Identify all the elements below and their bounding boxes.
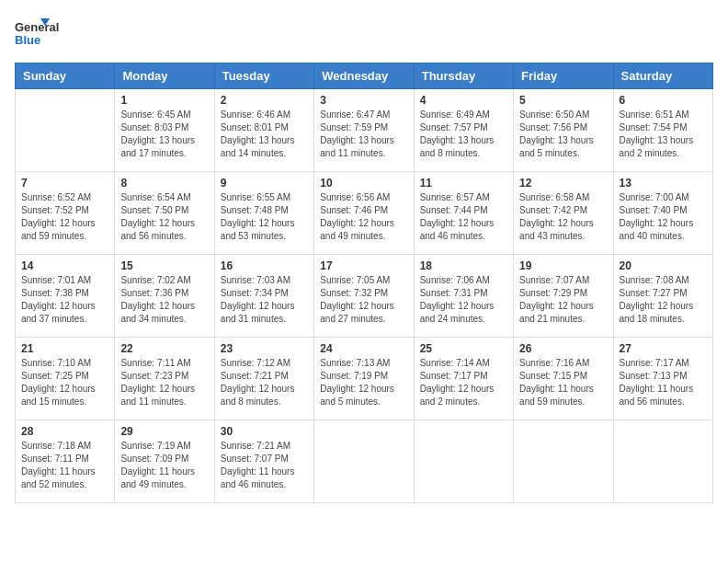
day-number: 29 <box>120 425 208 438</box>
calendar-cell: 5Sunrise: 6:50 AM Sunset: 7:56 PM Daylig… <box>514 89 613 172</box>
calendar-cell: 28Sunrise: 7:18 AM Sunset: 7:11 PM Dayli… <box>16 420 115 503</box>
day-number: 23 <box>221 342 308 355</box>
day-number: 12 <box>519 177 607 190</box>
calendar-cell: 14Sunrise: 7:01 AM Sunset: 7:38 PM Dayli… <box>16 255 115 338</box>
day-info: Sunrise: 6:45 AM Sunset: 8:03 PM Dayligh… <box>120 109 208 160</box>
day-info: Sunrise: 7:17 AM Sunset: 7:13 PM Dayligh… <box>620 357 707 408</box>
day-number: 11 <box>420 177 507 190</box>
day-number: 25 <box>420 342 507 355</box>
calendar-cell: 26Sunrise: 7:16 AM Sunset: 7:15 PM Dayli… <box>514 338 613 420</box>
day-number: 26 <box>519 342 607 355</box>
calendar-cell: 3Sunrise: 6:47 AM Sunset: 7:59 PM Daylig… <box>314 89 414 172</box>
calendar-cell: 1Sunrise: 6:45 AM Sunset: 8:03 PM Daylig… <box>115 89 214 172</box>
weekday-header-saturday: Saturday <box>613 63 712 89</box>
day-info: Sunrise: 7:19 AM Sunset: 7:09 PM Dayligh… <box>120 440 208 491</box>
day-number: 15 <box>120 259 208 272</box>
day-info: Sunrise: 7:12 AM Sunset: 7:21 PM Dayligh… <box>221 357 308 408</box>
day-info: Sunrise: 7:10 AM Sunset: 7:25 PM Dayligh… <box>21 357 108 408</box>
calendar-cell: 17Sunrise: 7:05 AM Sunset: 7:32 PM Dayli… <box>314 255 414 338</box>
day-info: Sunrise: 6:46 AM Sunset: 8:01 PM Dayligh… <box>221 109 308 160</box>
calendar-cell: 13Sunrise: 7:00 AM Sunset: 7:40 PM Dayli… <box>613 172 712 255</box>
calendar-cell: 24Sunrise: 7:13 AM Sunset: 7:19 PM Dayli… <box>314 338 414 420</box>
calendar-cell <box>514 420 613 503</box>
day-info: Sunrise: 6:55 AM Sunset: 7:48 PM Dayligh… <box>221 191 308 243</box>
calendar-cell: 6Sunrise: 6:51 AM Sunset: 7:54 PM Daylig… <box>613 89 712 172</box>
day-info: Sunrise: 6:47 AM Sunset: 7:59 PM Dayligh… <box>320 109 407 160</box>
week-row-1: 1Sunrise: 6:45 AM Sunset: 8:03 PM Daylig… <box>16 89 713 172</box>
logo: GeneralBlue <box>15 15 61 52</box>
day-info: Sunrise: 7:00 AM Sunset: 7:40 PM Dayligh… <box>620 191 707 243</box>
day-number: 24 <box>320 342 407 355</box>
calendar-cell: 11Sunrise: 6:57 AM Sunset: 7:44 PM Dayli… <box>414 172 513 255</box>
calendar-cell: 30Sunrise: 7:21 AM Sunset: 7:07 PM Dayli… <box>214 420 313 503</box>
day-info: Sunrise: 7:13 AM Sunset: 7:19 PM Dayligh… <box>320 357 407 408</box>
day-info: Sunrise: 7:21 AM Sunset: 7:07 PM Dayligh… <box>221 440 308 491</box>
day-number: 27 <box>620 342 707 355</box>
calendar-cell: 20Sunrise: 7:08 AM Sunset: 7:27 PM Dayli… <box>613 255 712 338</box>
day-number: 17 <box>320 259 407 272</box>
day-number: 22 <box>120 342 208 355</box>
day-info: Sunrise: 7:07 AM Sunset: 7:29 PM Dayligh… <box>519 274 607 326</box>
weekday-header-monday: Monday <box>115 63 214 89</box>
calendar-cell: 10Sunrise: 6:56 AM Sunset: 7:46 PM Dayli… <box>314 172 414 255</box>
day-info: Sunrise: 6:57 AM Sunset: 7:44 PM Dayligh… <box>420 191 507 243</box>
calendar-table: SundayMondayTuesdayWednesdayThursdayFrid… <box>15 63 713 503</box>
svg-text:Blue: Blue <box>15 33 40 47</box>
day-info: Sunrise: 7:06 AM Sunset: 7:31 PM Dayligh… <box>420 274 507 326</box>
day-number: 7 <box>21 177 108 190</box>
day-number: 14 <box>21 259 108 272</box>
calendar-cell <box>16 89 115 172</box>
day-number: 19 <box>519 259 607 272</box>
logo-icon: GeneralBlue <box>15 15 61 52</box>
day-number: 6 <box>620 94 707 107</box>
day-number: 9 <box>221 177 308 190</box>
calendar-cell: 18Sunrise: 7:06 AM Sunset: 7:31 PM Dayli… <box>414 255 513 338</box>
day-number: 5 <box>519 94 607 107</box>
week-row-2: 7Sunrise: 6:52 AM Sunset: 7:52 PM Daylig… <box>16 172 713 255</box>
day-info: Sunrise: 7:08 AM Sunset: 7:27 PM Dayligh… <box>620 274 707 326</box>
day-info: Sunrise: 7:11 AM Sunset: 7:23 PM Dayligh… <box>120 357 208 408</box>
day-number: 16 <box>221 259 308 272</box>
day-number: 13 <box>620 177 707 190</box>
day-number: 28 <box>21 425 108 438</box>
calendar-cell: 27Sunrise: 7:17 AM Sunset: 7:13 PM Dayli… <box>613 338 712 420</box>
day-info: Sunrise: 6:54 AM Sunset: 7:50 PM Dayligh… <box>120 191 208 243</box>
day-number: 1 <box>120 94 208 107</box>
weekday-header-friday: Friday <box>514 63 613 89</box>
calendar-cell: 12Sunrise: 6:58 AM Sunset: 7:42 PM Dayli… <box>514 172 613 255</box>
day-info: Sunrise: 6:49 AM Sunset: 7:57 PM Dayligh… <box>420 109 507 160</box>
calendar-cell: 8Sunrise: 6:54 AM Sunset: 7:50 PM Daylig… <box>115 172 214 255</box>
day-number: 10 <box>320 177 407 190</box>
day-number: 30 <box>221 425 308 438</box>
day-number: 20 <box>620 259 707 272</box>
calendar-cell: 19Sunrise: 7:07 AM Sunset: 7:29 PM Dayli… <box>514 255 613 338</box>
calendar-cell <box>613 420 712 503</box>
weekday-header-thursday: Thursday <box>414 63 513 89</box>
day-info: Sunrise: 7:02 AM Sunset: 7:36 PM Dayligh… <box>120 274 208 326</box>
week-row-4: 21Sunrise: 7:10 AM Sunset: 7:25 PM Dayli… <box>16 338 713 420</box>
weekday-header-row: SundayMondayTuesdayWednesdayThursdayFrid… <box>16 63 713 89</box>
calendar-cell: 16Sunrise: 7:03 AM Sunset: 7:34 PM Dayli… <box>214 255 313 338</box>
week-row-3: 14Sunrise: 7:01 AM Sunset: 7:38 PM Dayli… <box>16 255 713 338</box>
calendar-cell: 29Sunrise: 7:19 AM Sunset: 7:09 PM Dayli… <box>115 420 214 503</box>
calendar-cell: 25Sunrise: 7:14 AM Sunset: 7:17 PM Dayli… <box>414 338 513 420</box>
weekday-header-sunday: Sunday <box>16 63 115 89</box>
day-number: 21 <box>21 342 108 355</box>
day-number: 2 <box>221 94 308 107</box>
day-info: Sunrise: 6:52 AM Sunset: 7:52 PM Dayligh… <box>21 191 108 243</box>
day-number: 8 <box>120 177 208 190</box>
calendar-cell: 2Sunrise: 6:46 AM Sunset: 8:01 PM Daylig… <box>214 89 313 172</box>
day-info: Sunrise: 7:16 AM Sunset: 7:15 PM Dayligh… <box>519 357 607 408</box>
day-info: Sunrise: 6:50 AM Sunset: 7:56 PM Dayligh… <box>519 109 607 160</box>
day-number: 18 <box>420 259 507 272</box>
day-number: 4 <box>420 94 507 107</box>
day-info: Sunrise: 7:18 AM Sunset: 7:11 PM Dayligh… <box>21 440 108 491</box>
calendar-cell <box>314 420 414 503</box>
day-info: Sunrise: 6:51 AM Sunset: 7:54 PM Dayligh… <box>620 109 707 160</box>
calendar-cell <box>414 420 513 503</box>
svg-text:General: General <box>15 20 59 34</box>
day-info: Sunrise: 7:14 AM Sunset: 7:17 PM Dayligh… <box>420 357 507 408</box>
page-header: GeneralBlue <box>15 15 713 52</box>
day-info: Sunrise: 6:56 AM Sunset: 7:46 PM Dayligh… <box>320 191 407 243</box>
calendar-cell: 15Sunrise: 7:02 AM Sunset: 7:36 PM Dayli… <box>115 255 214 338</box>
